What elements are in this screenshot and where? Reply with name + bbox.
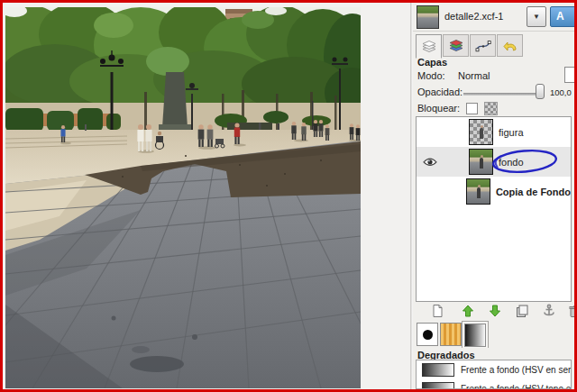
mode-label: Modo: [417,70,445,81]
figure-silhouette [477,187,481,198]
layer-thumbnail-fondo [469,149,493,175]
duplicate-icon [515,304,529,318]
layer-thumbnail-figura [469,119,493,145]
anchor-layer-button[interactable] [541,304,557,320]
eye-icon [423,157,437,168]
layer-row-fondo[interactable]: fondo [417,147,571,177]
tab-brushes[interactable] [417,323,438,346]
mode-dropdown-edge[interactable] [564,67,575,83]
new-layer-button[interactable] [429,304,445,320]
image-selector: detalle2.xcf-1 ▼ A [413,3,574,32]
visibility-cell[interactable] [417,177,442,206]
image-selector-dropdown-button[interactable]: ▼ [527,6,546,27]
image-selector-value[interactable]: detalle2.xcf-1 [444,11,503,22]
lock-label: Bloquear: [417,103,460,114]
auto-button[interactable]: A [550,6,577,27]
gradient-swatch [422,382,454,389]
layer-button-bar [416,303,572,321]
layer-row-figura[interactable]: figura [417,117,571,147]
visibility-cell[interactable] [417,117,444,147]
mode-select[interactable]: Normal [458,70,490,81]
opacity-label: Opacidad: [417,87,463,97]
gradient-name: Frente a fondo (HSV en sentido antihor [454,365,572,375]
duplicate-layer-button[interactable] [514,304,530,320]
tab-layers[interactable] [416,34,442,59]
layers-panel-title: Capas [417,57,447,68]
brush-icon [423,330,433,340]
lower-layer-button[interactable] [487,304,503,320]
layer-thumbnail-copia [466,178,490,205]
undo-history-icon [502,39,518,53]
channels-icon [448,39,464,53]
visibility-toggle[interactable] [417,147,444,177]
tab-gradients[interactable] [464,324,486,347]
tab-gradients-wrap [462,321,489,348]
gradient-row[interactable]: Frente a fondo (HSV en sentido antihor [417,360,571,379]
new-layer-icon [430,304,444,318]
layer-row-copia-de-fondo[interactable]: Copia de Fondo [417,177,571,206]
right-dock: detalle2.xcf-1 ▼ A [413,3,574,389]
gradient-name: Frente a fondo (HSV tono en sentido h [454,384,572,389]
arrow-down-icon [488,304,502,318]
anchor-icon [542,304,556,318]
lock-alpha-toggle[interactable] [484,102,498,115]
tab-patterns[interactable] [440,323,462,346]
trash-icon [567,304,577,318]
layer-name: figura [493,127,524,138]
layers-list: figura fondo [416,116,572,302]
chevron-down-icon: ▼ [533,13,540,21]
lock-pixels-checkbox[interactable] [466,103,478,114]
opacity-value[interactable]: 100,0 [550,87,572,97]
gradient-row[interactable]: Frente a fondo (HSV tono en sentido h [417,379,571,389]
arrow-up-icon [461,304,475,318]
image-thumbnail [417,5,439,29]
chain-cell[interactable] [442,177,466,206]
canvas-area[interactable] [3,3,410,389]
tab-channels[interactable] [443,34,469,57]
figure-silhouette [480,128,483,139]
plaza-photo [5,7,361,388]
auto-button-label: A [556,10,564,23]
opacity-slider-handle[interactable] [536,84,545,99]
layer-name: Copia de Fondo [490,187,571,197]
gradients-list: Frente a fondo (HSV en sentido antihor F… [416,360,572,389]
paths-icon [475,39,491,53]
delete-layer-button[interactable] [566,304,577,320]
opacity-slider-track[interactable] [463,93,541,96]
layers-icon [421,40,437,54]
gradient-swatch [422,363,454,377]
figure-silhouette [480,158,483,169]
tab-paths[interactable] [470,34,496,57]
chain-cell[interactable] [444,117,469,147]
layer-name: fondo [493,157,524,168]
gimp-window: detalle2.xcf-1 ▼ A [0,0,577,392]
tab-undo-history[interactable] [497,34,523,57]
raise-layer-button[interactable] [460,304,476,320]
chain-cell[interactable] [444,147,469,177]
dock-tabbar [416,34,523,57]
photo-canvas[interactable] [5,7,361,388]
